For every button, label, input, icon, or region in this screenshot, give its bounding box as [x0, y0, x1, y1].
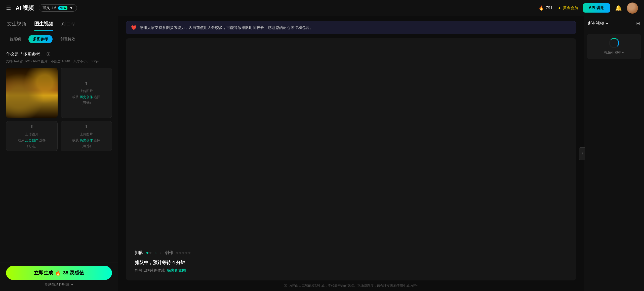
version-label: 可灵 1.6 [43, 6, 56, 10]
version-selector[interactable]: 可灵 1.6 NEW ▼ [39, 4, 77, 12]
center-footer: ⓘ 内容由人工智能模型生成，不代表平台的观点、立场或态度，请合理友善地使用生成内… [118, 280, 584, 291]
sub-tab-multi-ref[interactable]: 多图参考 [28, 35, 53, 43]
tab-image-to-video[interactable]: 图生视频 [34, 21, 53, 31]
video-generating-card: 视频生成中~ [587, 34, 641, 59]
create-dot-2 [179, 252, 181, 254]
panel-info-icon[interactable]: ⓘ [47, 52, 50, 57]
version-chevron-icon: ▼ [69, 6, 73, 10]
queue-sub-text: 您可以继续创作或 探索创意圈 [135, 268, 186, 273]
credits-detail-label: 灵感值消耗明细 [45, 282, 69, 287]
video-card-label: 视频生成中~ [604, 51, 624, 55]
queue-dot-1 [146, 252, 148, 254]
main-tabs: 文生视频 图生视频 对口型 [0, 16, 118, 31]
tab-text-to-video[interactable]: 文生视频 [7, 21, 26, 31]
main-layout: 文生视频 图生视频 对口型 首尾帧 多图参考 创意特效 什么是「多图参考 [0, 16, 644, 291]
grid-view-icon[interactable]: ⊞ [636, 21, 640, 26]
api-button[interactable]: API 调用 [583, 3, 610, 13]
history-link-2[interactable]: 历史创作 [80, 95, 93, 99]
loading-spinner [609, 38, 619, 48]
history-link-3[interactable]: 历史创作 [25, 138, 38, 142]
progress-step-queue: 排队 [135, 250, 143, 256]
step-arrow-right-icon: › [155, 251, 157, 255]
all-videos-label: 所有视频 [588, 21, 604, 26]
create-dot-3 [182, 252, 184, 254]
vip-badge[interactable]: ▲ 黄金会员 [557, 6, 578, 10]
collapse-sidebar-button[interactable]: 《 [579, 147, 585, 160]
new-badge: NEW [58, 6, 67, 10]
right-sidebar-header: 所有视频 ▾ ⊞ [584, 16, 644, 30]
collapse-icon: 《 [580, 151, 584, 156]
sub-tab-creative[interactable]: 创意特效 [56, 35, 80, 43]
generate-flame-icon: 🔥 [55, 270, 61, 276]
image-cell-4[interactable]: ⬆ 上传图片 或从 历史创作 选择 （可选） [61, 121, 112, 151]
left-sidebar: 文生视频 图生视频 对口型 首尾帧 多图参考 创意特效 什么是「多图参考 [0, 16, 118, 291]
panel-title: 什么是「多图参考」 ⓘ [6, 51, 112, 57]
create-step-label: 创作 [165, 250, 173, 256]
create-dots [176, 252, 190, 254]
image-cell-3[interactable]: ⬆ 上传图片 或从 历史创作 选择 （可选） [6, 121, 58, 151]
queue-dots [146, 252, 151, 254]
footer-text: 内容由人工智能模型生成，不代表平台的观点、立场或态度，请合理友善地使用生成内容~ [289, 283, 418, 288]
credits-value: 791 [546, 6, 552, 10]
image-cell-1[interactable] [6, 68, 58, 118]
avatar-image [627, 3, 638, 14]
menu-icon[interactable]: ☰ [6, 5, 11, 11]
credits-detail-chevron-icon: ▼ [71, 283, 74, 286]
image-cell-3-content: ⬆ 上传图片 或从 历史创作 选择 （可选） [14, 121, 50, 151]
tab-lip-sync[interactable]: 对口型 [61, 21, 76, 31]
footer-info-icon: ⓘ [284, 283, 287, 288]
sub-tab-keyframe[interactable]: 首尾帧 [5, 35, 25, 43]
header-logo: AI 视频 [16, 4, 34, 12]
generate-cost: 35 灵感值 [63, 270, 84, 276]
notice-heart-icon: ❤️ [131, 25, 137, 30]
center-content: ❤️ 感谢大家支持多图参考能力，因当前使用人数较多，可能导致排队时间较长，感谢您… [118, 16, 584, 291]
vip-label: 黄金会员 [563, 6, 578, 10]
bottom-panel: 立即生成 🔥 35 灵感值 灵感值消耗明细 ▼ [0, 263, 118, 291]
queue-dot-2 [149, 252, 151, 254]
history-link-4[interactable]: 历史创作 [80, 138, 93, 142]
video-area: 排队 › › 创作 [126, 38, 576, 280]
create-dot-5 [188, 252, 190, 254]
right-sidebar: 所有视频 ▾ ⊞ 视频生成中~ 《 [584, 16, 644, 291]
generate-btn-label: 立即生成 [34, 270, 53, 276]
queue-status-text: 排队中，预计等待 4 分钟 [135, 260, 185, 266]
create-dot-1 [176, 252, 178, 254]
upload-icon: ⬆ [72, 80, 100, 87]
notice-text: 感谢大家支持多图参考能力，因当前使用人数较多，可能导致排队时间较长，感谢您的耐心… [140, 25, 313, 30]
credits-badge: 🔥 791 [539, 5, 552, 11]
upload-icon-4: ⬆ [72, 123, 100, 131]
videos-chevron-icon: ▾ [606, 21, 608, 26]
create-dot-4 [185, 252, 187, 254]
explore-link[interactable]: 探索创意圈 [167, 268, 186, 273]
avatar[interactable] [627, 3, 638, 14]
notice-banner: ❤️ 感谢大家支持多图参考能力，因当前使用人数较多，可能导致排队时间较长，感谢您… [126, 21, 576, 34]
vip-icon: ▲ [557, 6, 561, 10]
image-cell-2[interactable]: ⬆ 上传图片 或从 历史创作 选择 （可选） [61, 68, 112, 118]
image-upload-grid: ⬆ 上传图片 或从 历史创作 选择 （可选） ⬆ 上传图片 或从 历史创作 选择 [6, 68, 112, 151]
notification-bell-icon[interactable]: 🔔 [615, 5, 622, 11]
progress-step-create: 创作 [165, 250, 173, 256]
upload-icon-3: ⬆ [18, 123, 46, 131]
sub-tabs: 首尾帧 多图参考 创意特效 [0, 31, 118, 47]
queue-arrow-dots: › › [154, 251, 162, 255]
image-cell-2-content: ⬆ 上传图片 或从 历史创作 选择 （可选） [68, 76, 104, 110]
header: ☰ AI 视频 可灵 1.6 NEW ▼ 🔥 791 ▲ 黄金会员 API 调用… [0, 0, 644, 16]
panel-content: 什么是「多图参考」 ⓘ 支持 1–4 张 JPG / PNG 图片，不超过 10… [0, 47, 118, 263]
panel-subtitle: 支持 1–4 张 JPG / PNG 图片，不超过 10MB、尺寸不小于 300… [6, 59, 112, 64]
image-cell-4-content: ⬆ 上传图片 或从 历史创作 选择 （可选） [68, 121, 104, 151]
header-right: 🔥 791 ▲ 黄金会员 API 调用 🔔 [539, 3, 638, 14]
generate-button[interactable]: 立即生成 🔥 35 灵感值 [6, 266, 112, 280]
progress-row: 排队 › › 创作 [135, 250, 567, 256]
queue-step-label: 排队 [135, 250, 143, 256]
flame-icon: 🔥 [539, 5, 544, 11]
credits-detail[interactable]: 灵感值消耗明细 ▼ [6, 282, 112, 287]
step-arrow-right2-icon: › [160, 251, 161, 255]
all-videos-title[interactable]: 所有视频 ▾ [588, 21, 608, 26]
